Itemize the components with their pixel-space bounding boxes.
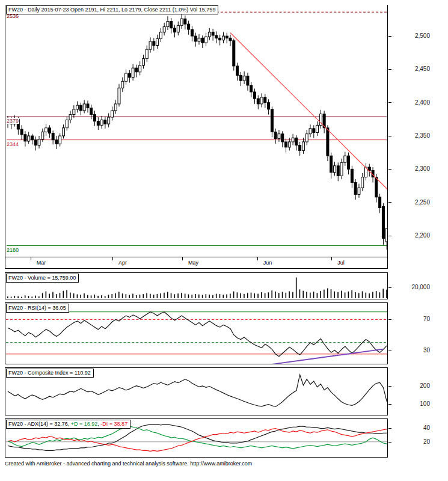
price-chart-panel[interactable]: FW20 - Daily 2015-07-23 Open 2191, Hi 22… [5, 5, 388, 257]
adx-panel[interactable]: FW20 - ADX(14) = 32.76, +D = 16.92, -DI … [5, 418, 388, 458]
month-tick [257, 257, 258, 260]
date-axis[interactable]: MarAprMayJunJul [5, 257, 388, 269]
candlestick-chart [5, 5, 387, 257]
y-axis-tick [388, 136, 391, 136]
month-label: Apr [118, 260, 127, 266]
y-axis-tick [388, 287, 391, 288]
y-axis-tick [388, 36, 391, 37]
y-axis-label: 2,200 [394, 232, 430, 239]
y-axis-tick [388, 351, 391, 351]
minus-di-value: -DI = 38.87 [100, 421, 127, 427]
y-axis-label: 2,450 [394, 66, 430, 72]
y-axis-tick [388, 319, 391, 320]
y-axis-tick [388, 442, 391, 443]
y-axis-label: 2,400 [394, 99, 430, 106]
adx-panel-title: FW20 - ADX(14) = 32.76, +D = 16.92, -DI … [6, 420, 130, 429]
y-axis-label: 2,350 [394, 132, 430, 139]
y-axis-label: 20,000 [394, 284, 430, 290]
y-axis-label: 40 [394, 424, 430, 431]
month-tick [31, 257, 31, 260]
rsi-panel[interactable]: FW20 - RSI(14) = 36.05 [5, 302, 388, 364]
footer-credit: Created with AmiBroker - advanced charti… [5, 461, 252, 467]
month-label: Jul [337, 260, 345, 266]
month-label: May [188, 260, 198, 266]
y-axis-tick [388, 169, 391, 170]
volume-panel[interactable]: FW20 - Volume = 15,759.00 [5, 272, 388, 299]
composite-panel-title: FW20 - Composite Index = 110.92 [6, 369, 94, 378]
volume-panel-title: FW20 - Volume = 15,759.00 [6, 274, 79, 283]
rsi-panel-title: FW20 - RSI(14) = 36.05 [6, 304, 69, 313]
y-axis-label: 200 [394, 382, 430, 389]
y-axis-tick [388, 386, 391, 387]
y-axis-tick [388, 202, 391, 203]
month-tick [331, 257, 332, 260]
composite-index-panel[interactable]: FW20 - Composite Index = 110.92 [5, 367, 388, 415]
month-label: Mar [37, 260, 46, 266]
y-axis-tick [388, 236, 391, 236]
y-axis-tick [388, 428, 391, 429]
y-axis-tick [388, 69, 391, 70]
month-label: Jun [263, 260, 272, 266]
y-axis-tick [388, 102, 391, 103]
y-axis-tick [388, 404, 391, 405]
month-tick [182, 257, 183, 260]
y-axis-label: 2,250 [394, 199, 430, 206]
plus-di-value: +D = 16.92 [71, 421, 98, 427]
y-axis-label: 70 [394, 316, 430, 322]
y-axis-label: 2,500 [394, 32, 430, 39]
y-axis-label: 20 [394, 438, 430, 445]
y-axis-label: 30 [394, 347, 430, 354]
y-axis-label: 100 [394, 400, 430, 407]
month-tick [112, 257, 113, 260]
y-axis-label: 2,300 [394, 165, 430, 172]
price-panel-title: FW20 - Daily 2015-07-23 Open 2191, Hi 22… [6, 5, 218, 14]
adx-title-prefix: FW20 - ADX(14) = 32.76, [8, 421, 71, 427]
